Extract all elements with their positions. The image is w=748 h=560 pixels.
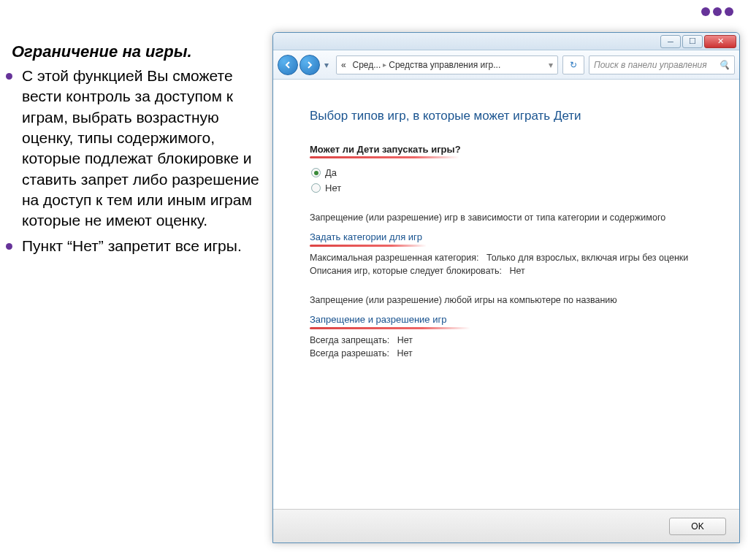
back-button[interactable]	[278, 55, 298, 75]
always-allow-row: Всегда разрешать: Нет	[310, 348, 717, 358]
radio-icon	[311, 183, 321, 193]
label: Всегда запрещать:	[310, 335, 389, 345]
search-icon: 🔍	[719, 60, 730, 70]
underline-annotation	[310, 327, 470, 329]
dropdown-icon[interactable]: ▾	[549, 60, 553, 70]
value: Нет	[397, 348, 413, 358]
slide-decoration-dots	[698, 6, 733, 19]
max-category-row: Максимальная разрешенная категория: Толь…	[310, 253, 717, 263]
breadcrumb-chevrons-icon: «	[341, 60, 346, 70]
content-area: Выбор типов игр, в которые может играть …	[273, 80, 739, 509]
maximize-button[interactable]: ☐	[682, 35, 703, 48]
search-input[interactable]: Поиск в панели управления 🔍	[589, 55, 735, 74]
close-button[interactable]: ✕	[704, 35, 736, 48]
always-block-row: Всегда запрещать: Нет	[310, 335, 717, 345]
bullet-item: Пункт “Нет” запретит все игры.	[22, 236, 270, 256]
bullet-item: С этой функцией Вы сможете вести контрол…	[22, 66, 270, 231]
breadcrumb-part: Сред...	[352, 60, 381, 70]
refresh-icon: ↻	[570, 60, 577, 70]
value: Нет	[509, 266, 524, 276]
section-category-desc: Запрещение (или разрешение) игр в зависи…	[310, 212, 717, 223]
explorer-window: ─ ☐ ✕ ▾ « Сред... ▸ Средства управления …	[272, 32, 740, 543]
underline-annotation	[310, 245, 427, 247]
block-allow-games-link[interactable]: Запрещение и разрешение игр	[310, 314, 446, 325]
set-categories-link[interactable]: Задать категории для игр	[310, 231, 422, 242]
refresh-button[interactable]: ↻	[562, 55, 584, 74]
slide-bullets: С этой функцией Вы сможете вести контрол…	[0, 66, 270, 261]
chevron-down-icon[interactable]: ▾	[321, 60, 332, 70]
window-titlebar: ─ ☐ ✕	[273, 33, 739, 50]
slide-title: Ограничение на игры.	[12, 42, 192, 61]
value: Нет	[397, 335, 413, 345]
radio-no[interactable]: Нет	[310, 183, 717, 193]
label: Описания игр, которые следует блокироват…	[310, 266, 502, 276]
breadcrumb-part: Средства управления игр...	[389, 60, 500, 70]
arrow-right-icon	[305, 61, 314, 69]
can-play-question: Может ли Дети запускать игры?	[310, 144, 717, 155]
page-heading: Выбор типов игр, в которые может играть …	[310, 109, 717, 123]
value: Только для взрослых, включая игры без оц…	[486, 253, 688, 263]
breadcrumb[interactable]: « Сред... ▸ Средства управления игр... ▾	[336, 55, 558, 74]
label: Максимальная разрешенная категория:	[310, 253, 479, 263]
dialog-footer: OK	[273, 509, 739, 542]
radio-yes[interactable]: Да	[310, 167, 717, 178]
radio-label: Да	[325, 167, 337, 178]
search-placeholder: Поиск в панели управления	[594, 60, 707, 70]
navigation-bar: ▾ « Сред... ▸ Средства управления игр...…	[273, 50, 739, 80]
minimize-button[interactable]: ─	[660, 35, 681, 48]
radio-label: Нет	[325, 183, 341, 193]
forward-button[interactable]	[299, 55, 320, 75]
section-byname-desc: Запрещение (или разрешение) любой игры н…	[310, 295, 717, 305]
radio-icon	[311, 168, 321, 177]
underline-annotation	[310, 156, 459, 158]
arrow-left-icon	[283, 61, 292, 69]
block-descriptions-row: Описания игр, которые следует блокироват…	[310, 266, 717, 276]
label: Всегда разрешать:	[310, 348, 389, 358]
ok-button[interactable]: OK	[669, 518, 726, 535]
